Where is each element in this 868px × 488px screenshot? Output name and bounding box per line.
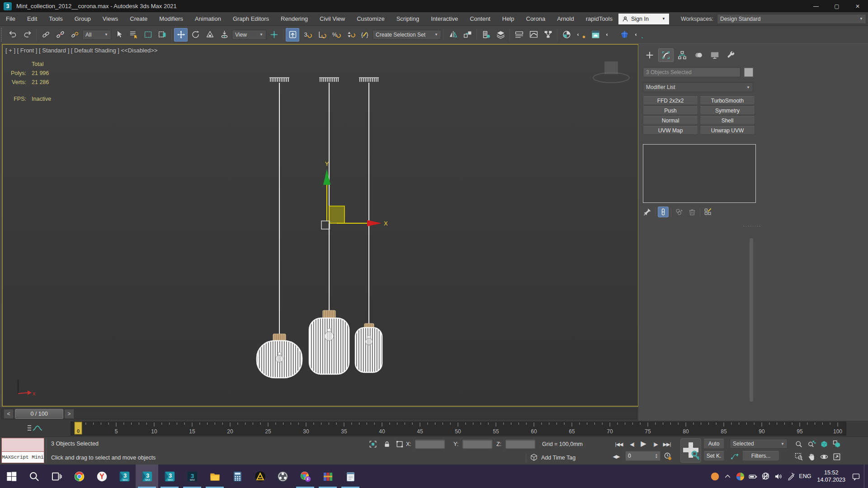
show-end-result-toggle[interactable]	[658, 206, 669, 217]
select-and-place-button[interactable]	[217, 28, 231, 42]
tray-network-globe-icon[interactable]	[761, 472, 770, 481]
modifier-list-dropdown[interactable]: Modifier List▼	[643, 82, 753, 92]
snaps-toggle-3d[interactable]: 3	[300, 28, 314, 42]
modifier-button-shell[interactable]: Shell	[700, 116, 755, 125]
modifier-button-turbosmooth[interactable]: TurboSmooth	[700, 96, 755, 105]
set-keys-button[interactable]	[680, 438, 701, 463]
zoom-region-button[interactable]	[793, 451, 805, 462]
current-frame-field[interactable]: 0▲▼	[625, 451, 660, 461]
render-production-button[interactable]	[603, 28, 617, 42]
maxscript-mini-listener[interactable]: MAXScript Mini	[1, 438, 44, 463]
menu-graph-editors[interactable]: Graph Editors	[227, 12, 275, 26]
menu-arnold[interactable]: Arnold	[551, 12, 580, 26]
taskbar-a-app[interactable]	[249, 465, 271, 488]
toggle-scene-explorer-button[interactable]	[479, 28, 493, 42]
y-coordinate-field[interactable]	[462, 440, 492, 449]
taskbar-chrome[interactable]	[68, 465, 90, 488]
set-key-button[interactable]: Set K.	[703, 451, 724, 461]
time-slider-prev-button[interactable]: <	[4, 409, 14, 419]
menu-animation[interactable]: Animation	[189, 12, 227, 26]
taskbar-task-view-button[interactable]	[45, 465, 68, 488]
viewport-header[interactable]: [ + ] [ Front ] [ Standard ] [ Default S…	[5, 47, 157, 54]
tray-expand-chevron-icon[interactable]	[723, 472, 732, 481]
modifier-button-ffd-2x2x2[interactable]: FFD 2x2x2	[643, 96, 698, 105]
corona-renderer-button[interactable]	[618, 28, 631, 42]
time-slider-next-button[interactable]: >	[64, 409, 74, 419]
spinner-snap-toggle[interactable]	[344, 28, 357, 42]
render-iterative-button[interactable]	[632, 28, 646, 42]
taskbar-3ds-max-3[interactable]: 3MAX	[158, 465, 181, 488]
menu-content[interactable]: Content	[464, 12, 496, 26]
menu-interactive[interactable]: Interactive	[425, 12, 464, 26]
viewport-canvas[interactable]: Y X x	[3, 45, 638, 406]
tab-motion[interactable]	[691, 48, 706, 62]
menu-customize[interactable]: Customize	[351, 12, 390, 26]
object-name-field[interactable]	[643, 67, 741, 77]
orbit-button[interactable]	[818, 451, 830, 462]
modifier-button-symmetry[interactable]: Symmetry	[700, 106, 755, 115]
select-and-rotate-button[interactable]	[189, 28, 202, 42]
window-crossing-toggle[interactable]	[156, 28, 169, 42]
tab-modify[interactable]	[658, 48, 674, 62]
pin-stack-icon[interactable]	[642, 206, 653, 217]
tray-microsoft-account-icon[interactable]	[736, 472, 745, 481]
redo-button[interactable]	[20, 28, 34, 42]
gizmo-xy-plane-handle[interactable]	[329, 206, 344, 223]
taskbar-calculator[interactable]	[226, 465, 249, 488]
modifier-button-unwrap-uvw[interactable]: Unwrap UVW	[700, 126, 755, 135]
isolate-selection-toggle[interactable]	[367, 439, 379, 450]
toggle-ribbon-button[interactable]	[512, 28, 526, 42]
time-slider-track[interactable]	[1, 408, 637, 419]
curve-editor-button[interactable]	[527, 28, 540, 42]
tray-pen-icon[interactable]	[786, 472, 796, 481]
x-coordinate-field[interactable]	[415, 440, 445, 449]
material-editor-button[interactable]	[560, 28, 573, 42]
tray-clock[interactable]: 15:52 14.07.2023	[817, 469, 845, 483]
taskbar-obs-studio[interactable]	[271, 465, 294, 488]
schematic-view-button[interactable]	[541, 28, 555, 42]
select-and-manipulate-toggle[interactable]	[286, 28, 299, 42]
zoom-extents-all-button[interactable]	[831, 439, 843, 450]
tab-create[interactable]	[642, 48, 657, 62]
tray-battery-icon[interactable]	[748, 472, 758, 481]
select-by-name-button[interactable]	[127, 28, 140, 42]
taskbar-yandex-browser[interactable]: Y	[90, 465, 113, 488]
key-mode-toggle[interactable]: ◀▶	[611, 451, 621, 462]
zoom-extents-button[interactable]	[818, 439, 830, 450]
pan-view-button[interactable]	[806, 451, 817, 462]
named-selection-set-dropdown[interactable]: Create Selection Set▼	[373, 30, 441, 40]
selection-lock-toggle[interactable]	[381, 439, 393, 450]
menu-tools[interactable]: Tools	[43, 12, 68, 26]
menu-edit[interactable]: Edit	[21, 12, 43, 26]
taskbar-3ds-max-4[interactable]: 3MAX	[181, 465, 203, 488]
move-gizmo[interactable]: Y X	[321, 160, 388, 229]
align-button[interactable]	[461, 28, 474, 42]
select-object-button[interactable]	[112, 28, 126, 42]
angle-snap-toggle[interactable]	[315, 28, 328, 42]
tab-display[interactable]	[707, 48, 722, 62]
tab-utilities[interactable]	[723, 48, 739, 62]
pendant-lamp-left[interactable]	[257, 334, 302, 378]
key-filter-dropdown[interactable]: Selected▼	[730, 439, 788, 449]
object-color-swatch[interactable]	[744, 68, 753, 77]
auto-key-button[interactable]: Auto	[703, 439, 724, 449]
taskbar-search-button[interactable]	[23, 465, 45, 488]
taskbar-3ds-max-1[interactable]: 3MAX	[113, 465, 136, 488]
maxscript-macro-recorder[interactable]	[2, 438, 44, 452]
modifier-button-push[interactable]: Push	[643, 106, 698, 115]
zoom-all-button[interactable]	[806, 439, 817, 450]
tray-notification-icon[interactable]	[851, 472, 861, 481]
menu-scripting[interactable]: Scripting	[391, 12, 425, 26]
taskbar-file-explorer[interactable]	[203, 465, 226, 488]
viewcube[interactable]	[593, 61, 629, 83]
select-and-link-icon[interactable]	[39, 28, 52, 42]
menu-file[interactable]: File	[0, 12, 21, 26]
z-coordinate-field[interactable]	[505, 440, 535, 449]
percent-snap-toggle[interactable]: %	[329, 28, 343, 42]
menu-civil-view[interactable]: Civil View	[314, 12, 351, 26]
reference-coordinate-dropdown[interactable]: View▼	[232, 30, 266, 40]
rectangular-selection-region-button[interactable]	[141, 28, 155, 42]
next-frame-button[interactable]: |▶	[650, 439, 661, 450]
toggle-layer-explorer-button[interactable]	[494, 28, 507, 42]
close-button[interactable]: ✕	[847, 0, 868, 12]
